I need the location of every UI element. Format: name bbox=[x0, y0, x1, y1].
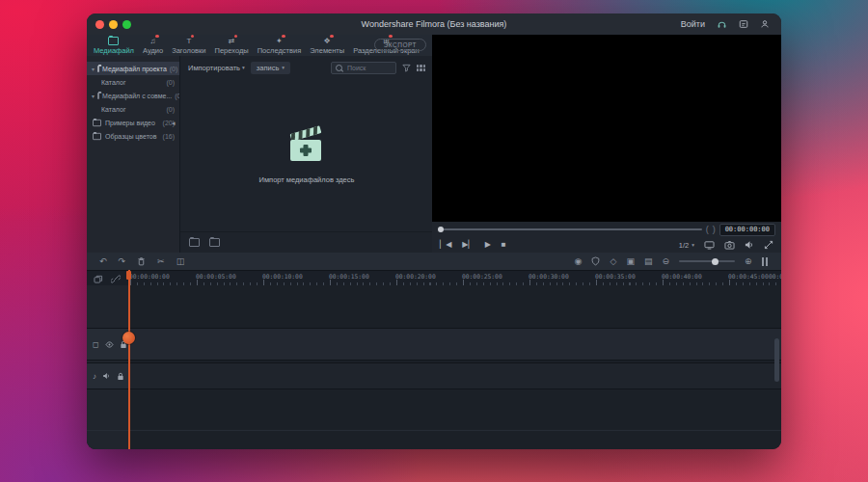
media-panel-header: Импортировать ▾ запись ▾ bbox=[180, 60, 433, 75]
tree-item[interactable]: Каталог(0) bbox=[87, 102, 179, 116]
marker-shield-icon[interactable] bbox=[591, 256, 600, 266]
video-track[interactable]: ◻ bbox=[87, 328, 781, 361]
timeline-zoom-slider[interactable] bbox=[679, 260, 735, 262]
fit-timeline-icon[interactable] bbox=[762, 257, 769, 266]
fullscreen-icon[interactable] bbox=[764, 240, 773, 250]
video-preview-screen[interactable] bbox=[432, 35, 781, 222]
lock-track-icon[interactable] bbox=[117, 372, 124, 381]
playhead-marker[interactable] bbox=[126, 271, 131, 280]
tab-audio[interactable]: ♫Аудио bbox=[143, 37, 163, 55]
audio-track-header: ♪ bbox=[87, 363, 130, 388]
traffic-lights bbox=[95, 20, 131, 29]
chevron-down-icon: ▾ bbox=[282, 65, 285, 70]
tab-titles[interactable]: TЗаголовки bbox=[172, 37, 205, 55]
next-frame-button[interactable]: ▶▏ bbox=[462, 240, 474, 250]
tree-item[interactable]: ▾Медиафайл проекта(0) bbox=[87, 62, 179, 75]
tree-item[interactable]: Примеры видео(20) bbox=[87, 116, 179, 129]
audio-track[interactable]: ♪ bbox=[87, 362, 781, 389]
redo-icon[interactable]: ↷ bbox=[119, 256, 126, 266]
tab-mediafile[interactable]: Медиафайл bbox=[94, 37, 134, 55]
mixer-icon[interactable]: ▤ bbox=[644, 256, 653, 266]
tree-item[interactable]: ▾Медиафайл с совме...(0) bbox=[87, 89, 179, 102]
elements-icon: ❖ bbox=[324, 37, 331, 45]
import-drop-zone[interactable]: Импорт медиафайлов здесь bbox=[180, 123, 433, 184]
disclosure-arrow-icon[interactable]: ▾ bbox=[92, 93, 95, 99]
new-content-badge bbox=[330, 35, 334, 39]
volume-icon[interactable] bbox=[745, 240, 754, 250]
delete-icon[interactable] bbox=[137, 256, 146, 266]
tab-effects[interactable]: ✦Последствия bbox=[258, 37, 302, 55]
ruler-timecode: 00:00:25:00 bbox=[462, 273, 502, 280]
disclosure-arrow-icon[interactable]: ▾ bbox=[92, 66, 95, 72]
preview-scrubber-row: ( ) 00:00:00:00 bbox=[432, 222, 781, 237]
timeline-vertical-scrollbar[interactable] bbox=[774, 338, 779, 382]
media-sidebar: ▾Медиафайл проекта(0)Каталог(0)▾Медиафай… bbox=[87, 56, 179, 253]
tree-item[interactable]: Образцы цветов(16) bbox=[87, 129, 179, 143]
stop-button[interactable]: ■ bbox=[502, 240, 506, 250]
zoom-slider-handle[interactable] bbox=[712, 258, 719, 265]
grid-view-icon[interactable] bbox=[417, 65, 425, 71]
close-window-button[interactable] bbox=[95, 20, 104, 29]
titles-icon: T bbox=[186, 37, 191, 45]
tree-item[interactable]: Каталог(0) bbox=[87, 75, 179, 89]
item-count: (0) bbox=[170, 66, 179, 72]
mark-in-button[interactable]: ( bbox=[706, 225, 709, 234]
track-link-icon[interactable] bbox=[111, 275, 121, 283]
mediafile-icon bbox=[108, 37, 119, 45]
export-button[interactable]: ЭКСПОРТ bbox=[374, 39, 426, 51]
snapshot-camera-icon[interactable] bbox=[724, 240, 735, 250]
tree-item-label: Медиафайл с совме... bbox=[102, 93, 172, 99]
undo-icon[interactable]: ↶ bbox=[99, 256, 107, 266]
manage-tracks-icon[interactable] bbox=[94, 275, 103, 283]
search-box[interactable] bbox=[331, 62, 396, 74]
mark-out-button[interactable]: ) bbox=[713, 225, 716, 234]
voiceover-record-icon[interactable]: ◉ bbox=[575, 256, 583, 266]
transport-controls: ▏◀ ▶▏ ▶ ■ 1/2 ▾ bbox=[432, 237, 781, 253]
cut-scissors-icon[interactable]: ✂ bbox=[157, 256, 165, 266]
ruler-timecode: 00:00:15:00 bbox=[329, 273, 369, 280]
filter-icon[interactable] bbox=[402, 64, 411, 72]
scrubber-handle[interactable] bbox=[438, 227, 444, 232]
preview-quality-dropdown[interactable]: 1/2 ▾ bbox=[679, 241, 694, 250]
zoom-out-icon[interactable]: ⊖ bbox=[662, 256, 669, 266]
folder-tree: ▾Медиафайл проекта(0)Каталог(0)▾Медиафай… bbox=[87, 56, 179, 143]
preview-timecode: 00:00:00:00 bbox=[719, 224, 775, 236]
timeline-ruler[interactable]: 00:00:00:0000:00:05:0000:00:10:0000:00:1… bbox=[87, 270, 781, 285]
playhead-line[interactable] bbox=[128, 270, 130, 449]
tab-transitions[interactable]: ⇄Переходы bbox=[215, 37, 249, 55]
detach-monitor-icon[interactable] bbox=[704, 240, 715, 250]
previous-frame-button[interactable]: ▏◀ bbox=[440, 240, 451, 250]
filmora-window: Wondershare Filmora (Без названия) Войти… bbox=[87, 13, 781, 449]
tab-elements[interactable]: ❖Элементы bbox=[310, 37, 344, 55]
new-content-badge bbox=[389, 35, 393, 39]
tab-label: Медиафайл bbox=[94, 46, 134, 55]
playhead-grip[interactable] bbox=[122, 332, 135, 344]
login-button[interactable]: Войти bbox=[681, 19, 705, 29]
crop-icon[interactable]: ◫ bbox=[176, 256, 185, 266]
support-headset-icon[interactable] bbox=[717, 19, 727, 30]
record-dropdown[interactable]: запись ▾ bbox=[251, 62, 290, 74]
zoom-in-icon[interactable]: ⊕ bbox=[745, 256, 752, 266]
timeline-tracks: ◻ ♪ bbox=[87, 285, 781, 449]
tracks-divider bbox=[87, 430, 781, 431]
minimize-window-button[interactable] bbox=[109, 20, 118, 29]
delete-folder-icon[interactable] bbox=[209, 238, 220, 247]
account-icon[interactable] bbox=[760, 19, 770, 29]
ruler-strip[interactable]: 00:00:00:0000:00:05:0000:00:10:0000:00:1… bbox=[130, 271, 781, 286]
play-button[interactable]: ▶ bbox=[485, 240, 491, 250]
toggle-visibility-icon[interactable] bbox=[105, 341, 114, 348]
zoom-window-button[interactable] bbox=[122, 20, 131, 29]
search-input[interactable] bbox=[345, 64, 390, 72]
projects-panel-icon[interactable] bbox=[739, 19, 748, 29]
import-dropdown[interactable]: Импортировать ▾ bbox=[188, 64, 245, 72]
preview-scrubber[interactable] bbox=[438, 228, 702, 230]
tree-item-label: Каталог bbox=[101, 79, 125, 86]
collapse-sidebar-icon[interactable]: ◂ bbox=[172, 120, 176, 127]
media-panel-footer bbox=[180, 231, 433, 253]
ruler-timecode: 00:00:35:00 bbox=[595, 273, 636, 280]
add-folder-icon[interactable] bbox=[189, 238, 200, 247]
mute-track-icon[interactable] bbox=[102, 372, 111, 380]
new-content-badge bbox=[155, 35, 159, 39]
keyframe-icon[interactable]: ◇ bbox=[610, 256, 616, 266]
render-preview-icon[interactable]: ▣ bbox=[626, 256, 635, 266]
